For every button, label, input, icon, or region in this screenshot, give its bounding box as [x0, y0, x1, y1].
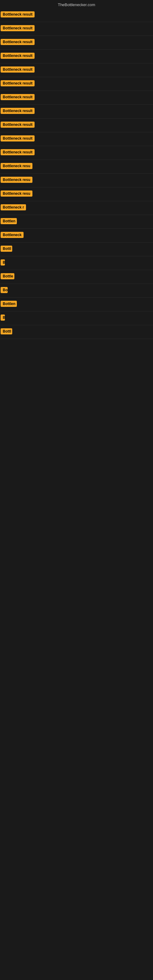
bottleneck-badge[interactable]: Bottleneck result: [1, 39, 35, 45]
bottleneck-badge[interactable]: Bottlen: [1, 301, 17, 307]
result-row: Bottle: [0, 270, 153, 284]
result-row: Bottleneck: [0, 229, 153, 243]
bottleneck-badge[interactable]: Bottleneck result: [1, 149, 35, 155]
result-row: Bottlen: [0, 298, 153, 312]
bottleneck-badge[interactable]: Bot: [1, 287, 8, 293]
bottleneck-badge[interactable]: Bottleneck result: [1, 52, 35, 59]
result-row: Bot: [0, 284, 153, 298]
bottleneck-badge[interactable]: Bottleneck r: [1, 204, 26, 210]
result-row: Bottleneck result: [0, 91, 153, 105]
result-row: Bottl: [0, 325, 153, 339]
result-row: Bottleneck result: [0, 64, 153, 77]
result-row: Bottleneck result: [0, 146, 153, 160]
site-header: TheBottlenecker.com: [0, 0, 153, 8]
bottleneck-badge[interactable]: Bottleneck result: [1, 94, 35, 100]
result-row: Bottleneck result: [0, 105, 153, 119]
bottleneck-badge[interactable]: Bottlen: [1, 218, 17, 224]
bottleneck-badge[interactable]: Bottleneck result: [1, 25, 35, 31]
bottleneck-badge[interactable]: Bottleneck result: [1, 122, 35, 128]
result-row: Bottlen: [0, 215, 153, 229]
bottleneck-badge[interactable]: Bottl: [1, 246, 12, 252]
result-row: Bottl: [0, 243, 153, 256]
result-row: Bottleneck resu: [0, 173, 153, 188]
bottleneck-badge[interactable]: Bottl: [1, 328, 12, 334]
result-row: B: [0, 256, 153, 270]
bottleneck-badge[interactable]: Bottleneck result: [1, 135, 35, 142]
bottleneck-badge[interactable]: B: [1, 315, 5, 321]
bottleneck-badge[interactable]: B: [1, 259, 5, 266]
bottleneck-badge[interactable]: Bottleneck resu: [1, 177, 32, 183]
result-row: Bottleneck result: [0, 132, 153, 146]
result-row: Bottleneck result: [0, 119, 153, 132]
result-row: Bottleneck resu: [0, 188, 153, 201]
bottleneck-badge[interactable]: Bottleneck: [1, 232, 24, 238]
bottleneck-badge[interactable]: Bottleneck resu: [1, 163, 32, 169]
result-row: Bottleneck resu: [0, 160, 153, 173]
bottleneck-badge[interactable]: Bottle: [1, 273, 14, 279]
result-row: Bottleneck result: [0, 49, 153, 64]
bottleneck-badge[interactable]: Bottleneck result: [1, 108, 35, 114]
result-row: Bottleneck result: [0, 77, 153, 91]
bottleneck-badge[interactable]: Bottleneck result: [1, 67, 35, 73]
result-row: B: [0, 312, 153, 325]
result-row: Bottleneck result: [0, 22, 153, 36]
result-row: Bottleneck result: [0, 8, 153, 22]
bottleneck-badge[interactable]: Bottleneck result: [1, 80, 35, 86]
bottleneck-badge[interactable]: Bottleneck result: [1, 11, 35, 18]
site-title: TheBottlenecker.com: [58, 2, 95, 7]
bottleneck-badge[interactable]: Bottleneck resu: [1, 191, 32, 197]
results-container: Bottleneck resultBottleneck resultBottle…: [0, 8, 153, 339]
result-row: Bottleneck result: [0, 36, 153, 49]
result-row: Bottleneck r: [0, 201, 153, 215]
